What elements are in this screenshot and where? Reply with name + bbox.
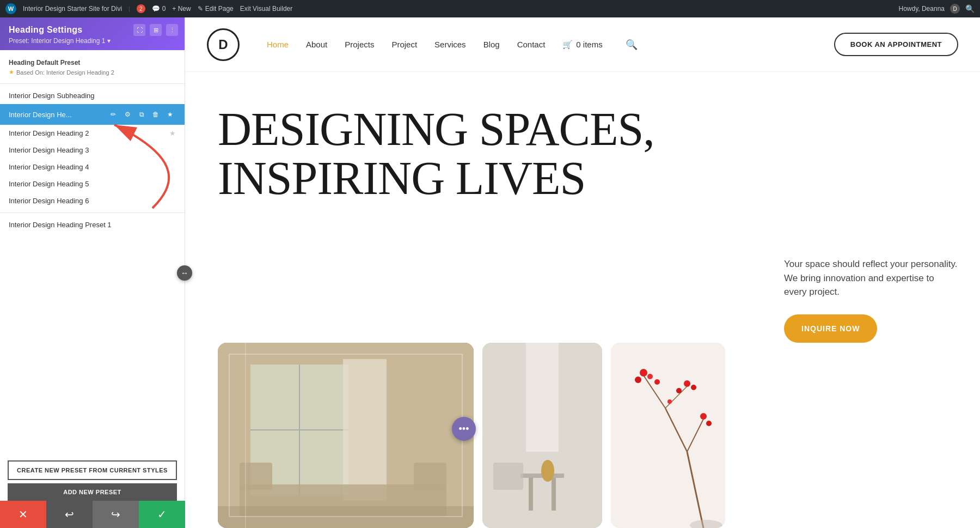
svg-point-27 (691, 385, 696, 390)
svg-point-26 (684, 380, 690, 387)
admin-bar-right: Howdy, Deanna D 🔍 (899, 4, 975, 14)
nav-cart[interactable]: 🛒 0 items (562, 40, 602, 50)
default-preset-label: Heading Default Preset (0, 56, 185, 68)
bottom-action-bar: ✕ ↩ ↪ ✓ (0, 501, 185, 528)
save-button[interactable]: ✓ (139, 501, 185, 528)
admin-howdy: Howdy, Deanna (899, 5, 945, 13)
redo-button[interactable]: ↪ (93, 501, 139, 528)
admin-avatar[interactable]: D (950, 4, 960, 14)
preset-item-heading6[interactable]: Interior Design Heading 6 (0, 192, 185, 209)
room-svg-2 (482, 343, 602, 528)
more-options-icon[interactable]: ⋮ (166, 24, 178, 36)
preset-item-heading3[interactable]: Interior Design Heading 3 (0, 142, 185, 159)
site-logo[interactable]: D (207, 28, 240, 61)
svg-rect-13 (529, 478, 533, 511)
admin-updates[interactable]: 2 (137, 4, 145, 13)
room-svg-1 (218, 343, 474, 528)
svg-point-30 (654, 379, 660, 385)
nav-about[interactable]: About (306, 40, 327, 49)
panel-header-actions: ⛶ ⊞ ⋮ (133, 24, 178, 36)
svg-point-15 (541, 460, 554, 482)
svg-rect-9 (218, 506, 474, 528)
book-appointment-button[interactable]: BOOK AN APPOINTMENT (834, 33, 958, 56)
svg-point-32 (676, 388, 682, 393)
heading-settings-panel: Heading Settings Preset: Interior Design… (0, 17, 185, 528)
svg-point-28 (700, 413, 707, 420)
wp-logo-icon[interactable]: W (5, 3, 16, 14)
preset-item-heading1[interactable]: Interior Design He... ✏ ⚙ ⧉ 🗑 ★ (0, 104, 185, 125)
preset-item-preset1[interactable]: Interior Design Heading Preset 1 (0, 216, 185, 233)
settings-preset-icon[interactable]: ⚙ (121, 108, 133, 120)
preset-star-h2: ★ (169, 129, 176, 137)
create-preset-button[interactable]: CREATE NEW PRESET FROM CURRENT STYLES (8, 460, 177, 480)
svg-rect-1 (218, 343, 474, 528)
resize-handle[interactable]: ↔ (177, 265, 192, 281)
divider (0, 83, 185, 84)
copy-preset-icon[interactable]: ⧉ (136, 108, 148, 120)
svg-point-29 (706, 421, 712, 426)
hero-image-1 (218, 343, 474, 528)
preset-item-heading4[interactable]: Interior Design Heading 4 (0, 159, 185, 175)
hero-image-3 (611, 343, 725, 528)
svg-point-24 (635, 377, 641, 383)
nav-projects[interactable]: Projects (345, 40, 374, 49)
svg-rect-8 (414, 463, 446, 490)
svg-rect-17 (611, 343, 725, 528)
preset-item-subheading[interactable]: Interior Design Subheading (0, 87, 185, 104)
columns-icon[interactable]: ⊞ (150, 24, 162, 36)
nav-links: Home About Projects Project Services Blo… (267, 39, 834, 51)
main-content: D Home About Projects Project Services (185, 17, 980, 528)
updates-badge: 2 (137, 4, 145, 13)
svg-rect-14 (552, 478, 556, 511)
admin-site-name[interactable]: Interior Design Starter Site for Divi (23, 5, 122, 13)
hero-image-2 (482, 343, 602, 528)
preset-item-heading5[interactable]: Interior Design Heading 5 (0, 175, 185, 192)
hero-heading: DESIGNING SPACES, INSPIRING LIVES (218, 105, 740, 203)
svg-point-31 (667, 399, 672, 404)
cancel-button[interactable]: ✕ (0, 501, 46, 528)
svg-rect-11 (526, 343, 559, 452)
inquire-now-button[interactable]: INQUIRE NOW (784, 314, 877, 343)
nav-services[interactable]: Services (434, 40, 466, 49)
preset-selector[interactable]: Preset: Interior Design Heading 1 ▾ (9, 37, 176, 45)
admin-new[interactable]: + New (172, 5, 191, 13)
sidebar-buttons: CREATE NEW PRESET FROM CURRENT STYLES AD… (0, 455, 185, 506)
svg-rect-5 (343, 359, 387, 501)
svg-rect-7 (240, 463, 272, 490)
hero-tagline: Your space should reflect your personali… (784, 257, 958, 299)
main-layout: Heading Settings Preset: Interior Design… (0, 17, 980, 528)
svg-rect-2 (250, 365, 348, 495)
preset-item-heading2[interactable]: Interior Design Heading 2 ★ (0, 125, 185, 142)
fullscreen-icon[interactable]: ⛶ (133, 24, 145, 36)
room-svg-3 (611, 343, 725, 528)
delete-preset-icon[interactable]: 🗑 (150, 108, 162, 120)
admin-exit-builder[interactable]: Exit Visual Builder (240, 5, 293, 13)
undo-button[interactable]: ↩ (46, 501, 93, 528)
admin-bar: W Interior Design Starter Site for Divi … (0, 0, 980, 17)
add-preset-button[interactable]: ADD NEW PRESET (8, 483, 177, 501)
svg-rect-16 (493, 463, 523, 490)
svg-point-23 (640, 369, 647, 377)
nav-project[interactable]: Project (391, 40, 417, 49)
preset-actions: ✏ ⚙ ⧉ 🗑 ★ (107, 108, 176, 120)
svg-rect-6 (240, 484, 446, 517)
based-on-label: ★ Based On: Interior Design Heading 2 (0, 68, 185, 80)
admin-search-icon[interactable]: 🔍 (965, 4, 975, 13)
sidebar-header: Heading Settings Preset: Interior Design… (0, 17, 185, 50)
site-navigation: D Home About Projects Project Services (185, 17, 980, 72)
hero-section: DESIGNING SPACES, INSPIRING LIVES Your s… (185, 72, 980, 528)
nav-search-icon[interactable]: 🔍 (626, 39, 638, 51)
floating-action-button[interactable]: ••• (452, 417, 476, 441)
star-icon: ★ (9, 69, 14, 76)
edit-preset-icon[interactable]: ✏ (107, 108, 119, 120)
preset-list: Heading Default Preset ★ Based On: Inter… (0, 50, 185, 455)
nav-contact[interactable]: Contact (517, 40, 546, 49)
admin-edit-page[interactable]: ✎ Edit Page (198, 5, 234, 13)
divider2 (0, 213, 185, 213)
admin-comments[interactable]: 💬 0 (152, 5, 166, 13)
nav-blog[interactable]: Blog (483, 40, 500, 49)
svg-point-25 (647, 374, 653, 379)
star-preset-icon[interactable]: ★ (164, 108, 176, 120)
nav-home[interactable]: Home (267, 40, 289, 49)
hero-images-row (218, 343, 980, 528)
